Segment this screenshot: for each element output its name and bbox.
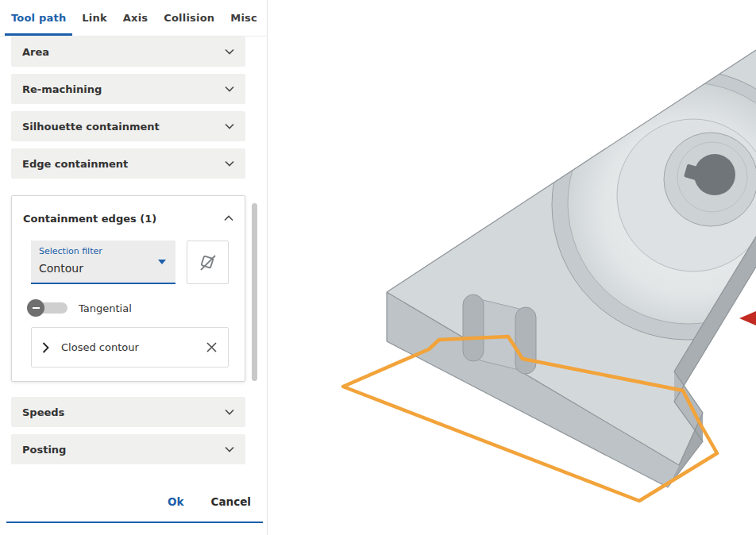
section-re-machining-label: Re-machining: [22, 83, 102, 95]
toolpath-dialog-panel: Tool path Link Axis Collision Misc Area …: [0, 0, 268, 535]
close-icon[interactable]: [206, 341, 218, 353]
section-posting-label: Posting: [22, 444, 66, 456]
section-posting[interactable]: Posting: [11, 434, 245, 464]
section-speeds-label: Speeds: [22, 406, 64, 418]
closed-contour-label: Closed contour: [61, 341, 206, 353]
dropdown-caret-icon: [158, 260, 166, 264]
dialog-footer-divider: [6, 522, 263, 523]
dialog-tab-bar: Tool path Link Axis Collision Misc: [0, 0, 267, 37]
section-silhouette-containment-label: Silhouette containment: [22, 121, 160, 133]
tangential-toggle[interactable]: [31, 302, 68, 314]
chevron-right-icon[interactable]: [42, 342, 49, 353]
selection-filter-value: Contour: [39, 262, 168, 275]
chevron-down-icon: [225, 446, 234, 452]
ok-button[interactable]: Ok: [168, 495, 183, 508]
chevron-up-icon: [224, 215, 233, 221]
viewport-3d[interactable]: [268, 0, 756, 535]
section-area-label: Area: [22, 46, 49, 58]
chevron-down-icon: [225, 86, 234, 92]
section-silhouette-containment[interactable]: Silhouette containment: [11, 111, 245, 141]
tab-axis[interactable]: Axis: [115, 0, 156, 36]
tab-misc[interactable]: Misc: [222, 0, 265, 36]
section-area[interactable]: Area: [11, 37, 245, 67]
closed-contour-item[interactable]: Closed contour: [31, 327, 229, 368]
containment-edges-header[interactable]: Containment edges (1): [12, 196, 245, 241]
tab-link[interactable]: Link: [74, 0, 114, 36]
model-canvas: [268, 0, 756, 535]
chevron-down-icon: [225, 48, 234, 55]
tab-tool-path[interactable]: Tool path: [3, 0, 74, 36]
section-re-machining[interactable]: Re-machining: [11, 74, 245, 104]
containment-edges-title: Containment edges (1): [23, 213, 156, 225]
section-edge-containment[interactable]: Edge containment: [11, 148, 245, 179]
selection-filter-label: Selection filter: [39, 246, 168, 256]
toggle-knob-off: [27, 299, 44, 317]
containment-edges-card: Containment edges (1) Selection filter C…: [11, 195, 245, 382]
panel-scrollbar[interactable]: [252, 203, 257, 381]
tab-collision[interactable]: Collision: [156, 0, 222, 36]
axis-arrow-icon: [739, 311, 756, 325]
section-edge-containment-label: Edge containment: [22, 158, 128, 170]
selection-filter-dropdown[interactable]: Selection filter Contour: [31, 241, 176, 284]
chevron-down-icon: [225, 160, 234, 167]
chevron-down-icon: [225, 409, 234, 415]
clear-selection-icon: [198, 252, 218, 273]
tangential-label: Tangential: [79, 302, 132, 314]
chevron-down-icon: [225, 123, 234, 129]
section-speeds[interactable]: Speeds: [11, 397, 245, 427]
clear-selection-button[interactable]: [187, 241, 229, 284]
cancel-button[interactable]: Cancel: [211, 495, 251, 508]
